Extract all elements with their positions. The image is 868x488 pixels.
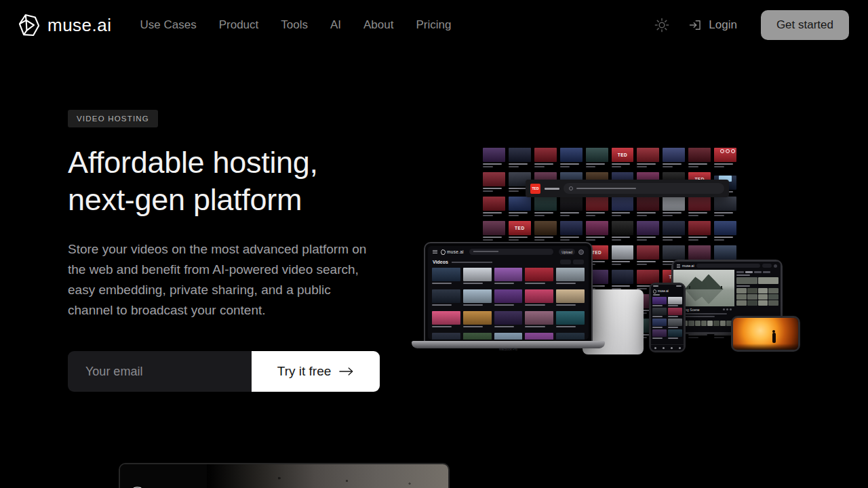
phone-bottom-nav bbox=[651, 344, 684, 350]
video-thumbnail-image bbox=[463, 311, 492, 325]
thumbnail-meta-bar bbox=[509, 166, 519, 167]
scene-thumbnail bbox=[768, 288, 778, 293]
thumbnail-meta-bar bbox=[586, 215, 596, 216]
thumbnail-meta-bar bbox=[483, 190, 493, 192]
video-thumbnail-image bbox=[637, 148, 659, 162]
phone-app-logo: muse.ai bbox=[658, 289, 669, 293]
thumbnail-meta-bar bbox=[534, 215, 545, 216]
video-thumbnail-image bbox=[432, 268, 460, 281]
thumbnail-title-bar bbox=[688, 334, 707, 336]
arrow-right-icon bbox=[339, 367, 354, 376]
thumbnail-meta-bar bbox=[688, 337, 698, 338]
video-thumbnail-image bbox=[688, 245, 711, 260]
tablet-tabs bbox=[736, 271, 778, 273]
login-link[interactable]: Login bbox=[688, 18, 737, 32]
thumbnail-meta-bar bbox=[483, 166, 493, 167]
tablet-scene-grid bbox=[736, 288, 778, 306]
video-thumbnail-image bbox=[663, 245, 685, 260]
login-icon bbox=[688, 18, 702, 32]
hero-description: Store your videos on the most advanced p… bbox=[68, 239, 373, 321]
tablet-search-bar bbox=[696, 264, 760, 268]
video-thumbnail-image bbox=[714, 197, 736, 211]
nav-product[interactable]: Product bbox=[219, 18, 259, 32]
video-thumbnail bbox=[534, 148, 557, 167]
get-started-button[interactable]: Get started bbox=[761, 10, 849, 40]
video-thumbnail-image bbox=[483, 148, 505, 162]
video-thumbnail bbox=[556, 311, 585, 330]
filmstrip-frame bbox=[720, 321, 726, 326]
video-thumbnail-image: TED bbox=[509, 221, 531, 235]
video-thumbnail-image bbox=[714, 148, 736, 162]
nav-tools[interactable]: Tools bbox=[281, 18, 308, 32]
video-thumbnail bbox=[612, 221, 634, 241]
thumbnail-meta-bar bbox=[560, 239, 570, 241]
thumbnail-meta-bar bbox=[509, 239, 519, 241]
video-thumbnail-image bbox=[612, 197, 634, 211]
nav-use-cases[interactable]: Use Cases bbox=[140, 18, 197, 32]
top-right-cluster: Login Get started bbox=[654, 10, 849, 40]
figure-graphic bbox=[689, 286, 690, 289]
video-thumbnail bbox=[556, 289, 585, 308]
thumbnail-meta-bar bbox=[663, 239, 673, 241]
video-thumbnail bbox=[483, 172, 505, 192]
thumbnail-meta-bar bbox=[612, 264, 622, 265]
video-thumbnail-image bbox=[586, 148, 608, 162]
video-thumbnail-image bbox=[652, 319, 667, 326]
video-thumbnail bbox=[560, 148, 583, 167]
laptop-bezel: muse.ai Upload Videos bbox=[424, 242, 593, 342]
thumbnail-title-bar bbox=[525, 304, 545, 306]
theme-toggle-button[interactable] bbox=[654, 18, 669, 33]
scene-thumbnail bbox=[758, 277, 778, 284]
try-it-free-button[interactable]: Try it free bbox=[252, 351, 380, 392]
video-thumbnail bbox=[525, 333, 553, 340]
thumbnail-meta-bar bbox=[688, 166, 698, 167]
macbook-base: MacBook Pro bbox=[412, 341, 605, 348]
tablet-results-label bbox=[736, 285, 750, 287]
video-thumbnail-image bbox=[612, 245, 634, 260]
thumbnail-meta-bar bbox=[637, 166, 647, 167]
video-thumbnail-image bbox=[637, 245, 659, 260]
video-thumbnail-image bbox=[483, 172, 505, 186]
video-thumbnail-image bbox=[525, 311, 553, 325]
video-thumbnail-image bbox=[525, 289, 553, 303]
thumbnail-meta-bar bbox=[483, 215, 493, 216]
window-control-icons bbox=[720, 149, 735, 153]
thumbnail-title-bar bbox=[663, 237, 682, 238]
video-thumbnail-image bbox=[463, 289, 492, 303]
video-thumbnail bbox=[556, 333, 585, 340]
phone-section-label-placeholder bbox=[653, 294, 660, 296]
nav-about[interactable]: About bbox=[363, 18, 393, 32]
laptop-screen: muse.ai Upload Videos bbox=[428, 246, 589, 340]
video-thumbnail-image bbox=[668, 319, 682, 326]
thumbnail-meta-bar bbox=[612, 239, 622, 241]
video-thumbnail bbox=[663, 221, 685, 241]
email-input[interactable] bbox=[68, 351, 252, 392]
thumbnail-meta-bar bbox=[714, 239, 724, 241]
thumbnail-title-bar bbox=[688, 212, 707, 214]
channel-search-input bbox=[564, 183, 724, 194]
video-thumbnail bbox=[637, 197, 659, 216]
hero-title-line1: Affordable hosting, bbox=[68, 145, 318, 180]
brand-logo[interactable]: muse.ai bbox=[19, 14, 112, 37]
video-thumbnail bbox=[494, 289, 523, 308]
thumbnail-title-bar bbox=[612, 163, 631, 165]
video-thumbnail bbox=[432, 289, 460, 308]
thumbnail-title-bar bbox=[494, 283, 514, 284]
nav-ai[interactable]: AI bbox=[330, 18, 341, 32]
thumbnail-meta-bar bbox=[714, 166, 724, 167]
filmstrip-frame bbox=[707, 321, 713, 326]
video-thumbnail-image bbox=[688, 148, 711, 162]
thumbnail-title-bar bbox=[714, 212, 733, 214]
thumbnail-meta-bar bbox=[637, 239, 647, 241]
video-thumbnail-image bbox=[637, 270, 659, 284]
video-thumbnail bbox=[463, 268, 492, 287]
video-thumbnail-image bbox=[668, 297, 682, 304]
ground-shadow bbox=[733, 344, 798, 350]
nav-pricing[interactable]: Pricing bbox=[416, 18, 451, 32]
thumbnail-title-bar bbox=[509, 163, 528, 165]
thumbnail-meta-bar bbox=[637, 215, 647, 216]
thumbnail-meta-bar bbox=[560, 215, 570, 216]
video-thumbnail bbox=[612, 197, 634, 216]
scene-thumbnail bbox=[758, 294, 768, 300]
video-thumbnail-image bbox=[494, 311, 523, 325]
